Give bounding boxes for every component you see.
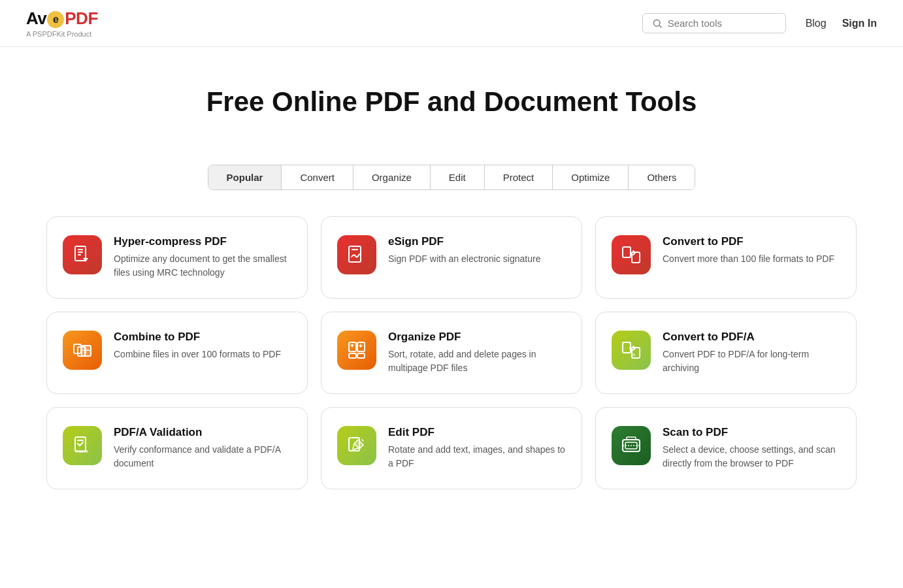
svg-text:PDF/A: PDF/A bbox=[76, 449, 89, 453]
pdfa-validation-title: PDF/A Validation bbox=[114, 426, 291, 439]
convert-to-pdfa-icon: A bbox=[612, 331, 651, 370]
svg-rect-16 bbox=[357, 353, 365, 358]
organize-pdf-desc: Sort, rotate, add and delete pages in mu… bbox=[388, 348, 566, 375]
scan-to-pdf-desc: Select a device, choose settings, and sc… bbox=[663, 443, 840, 470]
tab-others[interactable]: Others bbox=[629, 165, 695, 189]
esign-icon bbox=[337, 235, 376, 274]
signin-link[interactable]: Sign In bbox=[842, 18, 877, 29]
convert-to-pdfa-title: Convert to PDF/A bbox=[663, 331, 840, 344]
tab-organize[interactable]: Organize bbox=[353, 165, 431, 189]
svg-line-1 bbox=[659, 25, 661, 27]
card-organize-pdf[interactable]: Organize PDF Sort, rotate, add and delet… bbox=[321, 312, 582, 394]
pdfa-validation-desc: Verify conformance and validate a PDF/A … bbox=[114, 443, 291, 470]
svg-rect-7 bbox=[352, 249, 358, 250]
hyper-compress-icon bbox=[63, 235, 102, 274]
card-esign[interactable]: eSign PDF Sign PDF with an electronic si… bbox=[321, 216, 582, 299]
svg-rect-21 bbox=[77, 440, 84, 441]
logo-area: AvePDF A PSPDFKit Product bbox=[26, 8, 98, 38]
svg-rect-15 bbox=[349, 353, 356, 358]
tabs-container: Popular Convert Organize Edit Protect Op… bbox=[0, 165, 903, 190]
card-pdfa-validation[interactable]: PDF/A PDF/A Validation Verify conformanc… bbox=[46, 407, 308, 489]
combine-to-pdf-desc: Combine files in over 100 formats to PDF bbox=[114, 348, 281, 361]
svg-rect-9 bbox=[632, 252, 640, 263]
card-convert-to-pdf[interactable]: Convert to PDF Convert more than 100 fil… bbox=[595, 216, 857, 299]
hyper-compress-desc: Optimize any document to get the smalles… bbox=[114, 252, 291, 280]
pdfa-validation-icon: PDF/A bbox=[63, 426, 102, 465]
card-scan-to-pdf[interactable]: Scan to PDF Select a device, choose sett… bbox=[595, 407, 857, 489]
tabs: Popular Convert Organize Edit Protect Op… bbox=[208, 165, 696, 190]
header-nav: Blog Sign In bbox=[806, 18, 877, 29]
convert-to-pdf-icon bbox=[612, 235, 651, 274]
convert-to-pdf-desc: Convert more than 100 file formats to PD… bbox=[663, 252, 834, 266]
svg-text:A: A bbox=[632, 353, 636, 357]
card-convert-to-pdfa[interactable]: A Convert to PDF/A Convert PDF to PDF/A … bbox=[595, 312, 857, 394]
tab-convert[interactable]: Convert bbox=[282, 165, 353, 189]
logo-brand: AvePDF bbox=[26, 8, 98, 29]
convert-to-pdf-title: Convert to PDF bbox=[663, 235, 834, 248]
logo-pdf: PDF bbox=[65, 8, 98, 28]
tab-popular[interactable]: Popular bbox=[208, 165, 282, 189]
edit-pdf-desc: Rotate and add text, images, and shapes … bbox=[388, 443, 566, 470]
cards-grid: Hyper-compress PDF Optimize any document… bbox=[20, 216, 883, 489]
scan-to-pdf-icon bbox=[612, 426, 651, 465]
card-edit-pdf[interactable]: Edit PDF Rotate and add text, images, an… bbox=[321, 407, 582, 489]
svg-rect-4 bbox=[78, 252, 83, 253]
search-input[interactable] bbox=[668, 18, 776, 29]
header: AvePDF A PSPDFKit Product Blog Sign In bbox=[0, 0, 903, 47]
esign-title: eSign PDF bbox=[388, 235, 540, 248]
hero-section: Free Online PDF and Document Tools bbox=[0, 47, 903, 144]
blog-link[interactable]: Blog bbox=[806, 18, 827, 29]
convert-to-pdfa-desc: Convert PDF to PDF/A for long-term archi… bbox=[663, 348, 840, 375]
search-box[interactable] bbox=[642, 13, 786, 33]
svg-rect-3 bbox=[78, 249, 83, 250]
combine-to-pdf-icon bbox=[63, 331, 102, 370]
svg-rect-26 bbox=[627, 437, 636, 440]
combine-to-pdf-title: Combine to PDF bbox=[114, 331, 281, 344]
organize-pdf-icon bbox=[337, 331, 376, 370]
svg-point-0 bbox=[653, 20, 660, 26]
svg-rect-5 bbox=[78, 254, 81, 255]
scan-to-pdf-title: Scan to PDF bbox=[663, 426, 840, 439]
tab-protect[interactable]: Protect bbox=[485, 165, 553, 189]
esign-desc: Sign PDF with an electronic signature bbox=[388, 252, 540, 266]
svg-rect-8 bbox=[623, 247, 631, 257]
logo-subtitle: A PSPDFKit Product bbox=[26, 30, 91, 38]
edit-pdf-icon bbox=[337, 426, 376, 465]
hyper-compress-title: Hyper-compress PDF bbox=[114, 235, 291, 248]
card-combine-to-pdf[interactable]: Combine to PDF Combine files in over 100… bbox=[46, 312, 308, 394]
hero-title: Free Online PDF and Document Tools bbox=[26, 86, 877, 118]
svg-rect-12 bbox=[82, 346, 91, 356]
logo-e-circle: e bbox=[47, 11, 64, 28]
edit-pdf-title: Edit PDF bbox=[388, 426, 566, 439]
tab-optimize[interactable]: Optimize bbox=[553, 165, 629, 189]
tab-edit[interactable]: Edit bbox=[431, 165, 485, 189]
card-hyper-compress[interactable]: Hyper-compress PDF Optimize any document… bbox=[46, 216, 308, 299]
organize-pdf-title: Organize PDF bbox=[388, 331, 566, 344]
search-icon bbox=[652, 18, 663, 29]
